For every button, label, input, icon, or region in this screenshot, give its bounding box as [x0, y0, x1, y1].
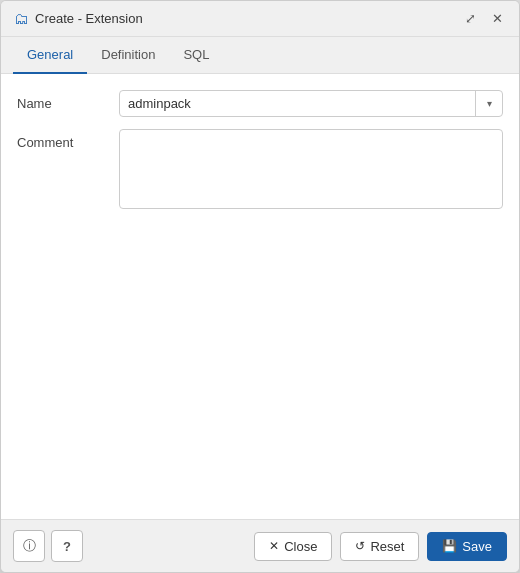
- titlebar-left: 🗂 Create - Extension: [13, 11, 143, 27]
- close-window-button[interactable]: ✕: [488, 9, 507, 28]
- footer-right: ✕ Close ↺ Reset 💾 Save: [254, 532, 507, 561]
- expand-button[interactable]: ⤢: [461, 9, 480, 28]
- reset-button-label: Reset: [370, 539, 404, 554]
- save-icon: 💾: [442, 539, 457, 553]
- name-select[interactable]: adminpack: [119, 90, 503, 117]
- reset-button[interactable]: ↺ Reset: [340, 532, 419, 561]
- form-content: Name adminpack ▾ Comment: [1, 74, 519, 519]
- comment-label: Comment: [17, 129, 107, 150]
- tab-sql[interactable]: SQL: [169, 37, 223, 74]
- name-row: Name adminpack ▾: [17, 90, 503, 117]
- close-window-icon: ✕: [492, 11, 503, 26]
- footer: ⓘ ? ✕ Close ↺ Reset 💾 Save: [1, 519, 519, 572]
- tab-general[interactable]: General: [13, 37, 87, 74]
- tab-definition[interactable]: Definition: [87, 37, 169, 74]
- comment-textarea[interactable]: [119, 129, 503, 209]
- info-button[interactable]: ⓘ: [13, 530, 45, 562]
- comment-row: Comment: [17, 129, 503, 212]
- comment-textarea-wrapper: [119, 129, 503, 212]
- name-select-wrapper: adminpack ▾: [119, 90, 503, 117]
- reset-icon: ↺: [355, 539, 365, 553]
- window-icon: 🗂: [13, 11, 29, 27]
- save-button[interactable]: 💾 Save: [427, 532, 507, 561]
- content-spacer: [17, 224, 503, 503]
- close-btn-icon: ✕: [269, 539, 279, 553]
- tabs-bar: General Definition SQL: [1, 37, 519, 74]
- help-icon: ?: [63, 539, 71, 554]
- help-button[interactable]: ?: [51, 530, 83, 562]
- titlebar-controls: ⤢ ✕: [461, 9, 507, 28]
- footer-left: ⓘ ?: [13, 530, 83, 562]
- save-button-label: Save: [462, 539, 492, 554]
- close-button[interactable]: ✕ Close: [254, 532, 332, 561]
- close-button-label: Close: [284, 539, 317, 554]
- window-title: Create - Extension: [35, 11, 143, 26]
- expand-icon: ⤢: [465, 11, 476, 26]
- name-label: Name: [17, 90, 107, 111]
- titlebar: 🗂 Create - Extension ⤢ ✕: [1, 1, 519, 37]
- info-icon: ⓘ: [23, 537, 36, 555]
- create-extension-window: 🗂 Create - Extension ⤢ ✕ General Definit…: [0, 0, 520, 573]
